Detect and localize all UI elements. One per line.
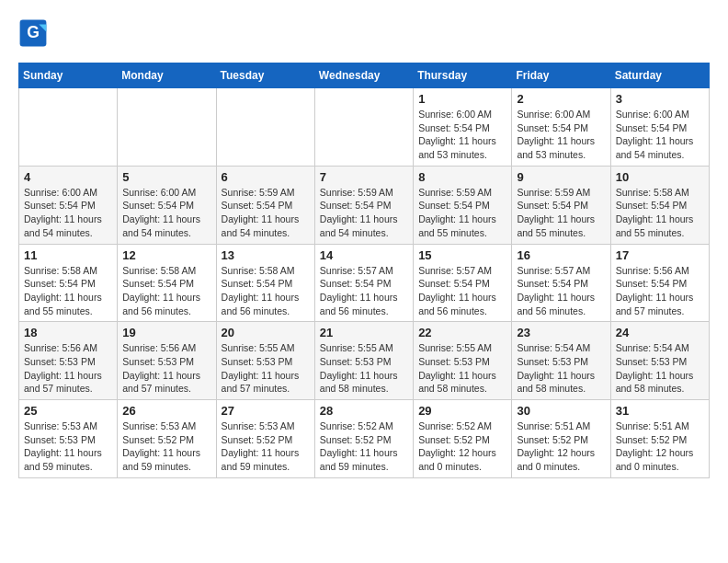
calendar-day-cell: 26Sunrise: 5:53 AM Sunset: 5:52 PM Dayli… <box>118 400 216 478</box>
day-info: Sunrise: 6:00 AM Sunset: 5:54 PM Dayligh… <box>122 186 210 240</box>
calendar-week-row: 18Sunrise: 5:56 AM Sunset: 5:53 PM Dayli… <box>19 322 710 400</box>
day-number: 23 <box>517 326 605 339</box>
day-number: 30 <box>517 404 605 418</box>
weekday-header-cell: Thursday <box>414 63 512 88</box>
calendar-day-cell: 15Sunrise: 5:57 AM Sunset: 5:54 PM Dayli… <box>414 244 512 322</box>
day-number: 22 <box>418 326 506 339</box>
day-info: Sunrise: 5:54 AM Sunset: 5:53 PM Dayligh… <box>616 341 704 396</box>
day-info: Sunrise: 5:52 AM Sunset: 5:52 PM Dayligh… <box>320 419 408 474</box>
calendar-day-cell: 2Sunrise: 6:00 AM Sunset: 5:54 PM Daylig… <box>512 88 610 167</box>
day-number: 6 <box>222 170 310 184</box>
day-number: 3 <box>616 92 704 106</box>
calendar-week-row: 1Sunrise: 6:00 AM Sunset: 5:54 PM Daylig… <box>19 88 710 167</box>
day-info: Sunrise: 5:58 AM Sunset: 5:54 PM Dayligh… <box>122 264 210 318</box>
weekday-header-cell: Saturday <box>610 63 709 88</box>
day-number: 14 <box>320 248 408 262</box>
day-info: Sunrise: 6:00 AM Sunset: 5:54 PM Dayligh… <box>517 108 605 162</box>
day-number: 5 <box>122 170 210 184</box>
day-number: 27 <box>222 404 310 418</box>
calendar-day-cell: 25Sunrise: 5:53 AM Sunset: 5:53 PM Dayli… <box>19 400 118 478</box>
calendar-day-cell: 11Sunrise: 5:58 AM Sunset: 5:54 PM Dayli… <box>19 244 118 322</box>
calendar-day-cell: 29Sunrise: 5:52 AM Sunset: 5:52 PM Dayli… <box>414 400 512 478</box>
day-info: Sunrise: 5:58 AM Sunset: 5:54 PM Dayligh… <box>24 264 112 318</box>
weekday-header-cell: Friday <box>512 63 610 88</box>
day-info: Sunrise: 5:57 AM Sunset: 5:54 PM Dayligh… <box>418 264 506 318</box>
day-info: Sunrise: 5:55 AM Sunset: 5:53 PM Dayligh… <box>320 341 408 396</box>
calendar-day-cell: 23Sunrise: 5:54 AM Sunset: 5:53 PM Dayli… <box>512 322 610 400</box>
weekday-header-row: SundayMondayTuesdayWednesdayThursdayFrid… <box>19 63 710 88</box>
calendar-day-cell: 8Sunrise: 5:59 AM Sunset: 5:54 PM Daylig… <box>414 166 512 244</box>
calendar-week-row: 4Sunrise: 6:00 AM Sunset: 5:54 PM Daylig… <box>19 166 710 244</box>
calendar-day-cell: 18Sunrise: 5:56 AM Sunset: 5:53 PM Dayli… <box>19 322 118 400</box>
day-number: 15 <box>418 248 506 262</box>
calendar-day-cell <box>216 88 314 167</box>
day-number: 26 <box>122 404 210 418</box>
calendar-day-cell: 3Sunrise: 6:00 AM Sunset: 5:54 PM Daylig… <box>610 88 709 167</box>
day-number: 11 <box>24 248 112 262</box>
day-info: Sunrise: 5:55 AM Sunset: 5:53 PM Dayligh… <box>418 341 506 396</box>
day-info: Sunrise: 5:56 AM Sunset: 5:53 PM Dayligh… <box>24 341 112 396</box>
day-info: Sunrise: 5:56 AM Sunset: 5:54 PM Dayligh… <box>616 264 704 318</box>
calendar-day-cell <box>118 88 216 167</box>
calendar-day-cell: 16Sunrise: 5:57 AM Sunset: 5:54 PM Dayli… <box>512 244 610 322</box>
weekday-header-cell: Tuesday <box>216 63 314 88</box>
page-header: G <box>18 18 710 48</box>
day-number: 19 <box>122 326 210 339</box>
day-info: Sunrise: 5:55 AM Sunset: 5:53 PM Dayligh… <box>222 341 310 396</box>
day-info: Sunrise: 5:58 AM Sunset: 5:54 PM Dayligh… <box>222 264 310 318</box>
day-info: Sunrise: 5:53 AM Sunset: 5:53 PM Dayligh… <box>24 419 112 474</box>
calendar-day-cell: 13Sunrise: 5:58 AM Sunset: 5:54 PM Dayli… <box>216 244 314 322</box>
calendar-day-cell: 31Sunrise: 5:51 AM Sunset: 5:52 PM Dayli… <box>610 400 709 478</box>
day-number: 24 <box>616 326 704 339</box>
day-number: 9 <box>517 170 605 184</box>
day-info: Sunrise: 5:51 AM Sunset: 5:52 PM Dayligh… <box>616 419 704 474</box>
calendar-day-cell: 14Sunrise: 5:57 AM Sunset: 5:54 PM Dayli… <box>314 244 413 322</box>
calendar-week-row: 11Sunrise: 5:58 AM Sunset: 5:54 PM Dayli… <box>19 244 710 322</box>
calendar-day-cell: 27Sunrise: 5:53 AM Sunset: 5:52 PM Dayli… <box>216 400 314 478</box>
day-number: 25 <box>24 404 112 418</box>
day-info: Sunrise: 6:00 AM Sunset: 5:54 PM Dayligh… <box>616 108 704 162</box>
day-info: Sunrise: 5:53 AM Sunset: 5:52 PM Dayligh… <box>222 419 310 474</box>
day-number: 28 <box>320 404 408 418</box>
calendar-table: SundayMondayTuesdayWednesdayThursdayFrid… <box>18 63 710 478</box>
calendar-day-cell <box>19 88 118 167</box>
day-info: Sunrise: 5:59 AM Sunset: 5:54 PM Dayligh… <box>222 186 310 240</box>
day-info: Sunrise: 5:59 AM Sunset: 5:54 PM Dayligh… <box>517 186 605 240</box>
calendar-day-cell: 17Sunrise: 5:56 AM Sunset: 5:54 PM Dayli… <box>610 244 709 322</box>
weekday-header-cell: Wednesday <box>314 63 413 88</box>
day-info: Sunrise: 5:57 AM Sunset: 5:54 PM Dayligh… <box>320 264 408 318</box>
weekday-header-cell: Sunday <box>19 63 118 88</box>
day-number: 4 <box>24 170 112 184</box>
calendar-day-cell: 22Sunrise: 5:55 AM Sunset: 5:53 PM Dayli… <box>414 322 512 400</box>
day-number: 18 <box>24 326 112 339</box>
day-info: Sunrise: 5:52 AM Sunset: 5:52 PM Dayligh… <box>418 419 506 474</box>
day-info: Sunrise: 5:59 AM Sunset: 5:54 PM Dayligh… <box>418 186 506 240</box>
day-number: 1 <box>418 92 506 106</box>
calendar-day-cell: 30Sunrise: 5:51 AM Sunset: 5:52 PM Dayli… <box>512 400 610 478</box>
svg-text:G: G <box>27 23 40 41</box>
calendar-week-row: 25Sunrise: 5:53 AM Sunset: 5:53 PM Dayli… <box>19 400 710 478</box>
day-number: 2 <box>517 92 605 106</box>
day-info: Sunrise: 5:59 AM Sunset: 5:54 PM Dayligh… <box>320 186 408 240</box>
day-info: Sunrise: 5:54 AM Sunset: 5:53 PM Dayligh… <box>517 341 605 396</box>
calendar-day-cell: 20Sunrise: 5:55 AM Sunset: 5:53 PM Dayli… <box>216 322 314 400</box>
day-number: 20 <box>222 326 310 339</box>
calendar-day-cell: 7Sunrise: 5:59 AM Sunset: 5:54 PM Daylig… <box>314 166 413 244</box>
day-info: Sunrise: 5:56 AM Sunset: 5:53 PM Dayligh… <box>122 341 210 396</box>
calendar-body: 1Sunrise: 6:00 AM Sunset: 5:54 PM Daylig… <box>19 88 710 478</box>
calendar-day-cell: 4Sunrise: 6:00 AM Sunset: 5:54 PM Daylig… <box>19 166 118 244</box>
weekday-header-cell: Monday <box>118 63 216 88</box>
calendar-day-cell <box>314 88 413 167</box>
calendar-day-cell: 19Sunrise: 5:56 AM Sunset: 5:53 PM Dayli… <box>118 322 216 400</box>
calendar-day-cell: 28Sunrise: 5:52 AM Sunset: 5:52 PM Dayli… <box>314 400 413 478</box>
day-number: 12 <box>122 248 210 262</box>
day-number: 7 <box>320 170 408 184</box>
day-number: 29 <box>418 404 506 418</box>
calendar-day-cell: 5Sunrise: 6:00 AM Sunset: 5:54 PM Daylig… <box>118 166 216 244</box>
calendar-day-cell: 12Sunrise: 5:58 AM Sunset: 5:54 PM Dayli… <box>118 244 216 322</box>
day-number: 31 <box>616 404 704 418</box>
calendar-day-cell: 24Sunrise: 5:54 AM Sunset: 5:53 PM Dayli… <box>610 322 709 400</box>
calendar-day-cell: 10Sunrise: 5:58 AM Sunset: 5:54 PM Dayli… <box>610 166 709 244</box>
logo: G <box>18 18 51 48</box>
day-number: 21 <box>320 326 408 339</box>
